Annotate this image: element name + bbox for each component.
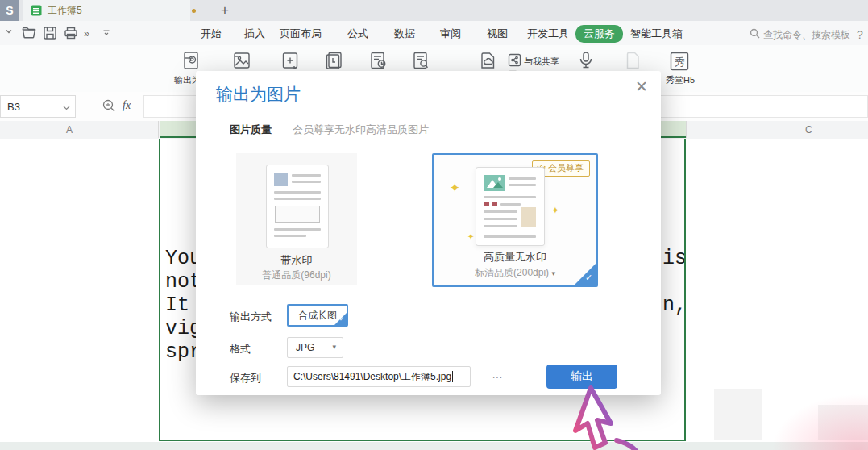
export-pdf-icon[interactable]: [181, 50, 201, 71]
option-watermark-desc: 普通品质(96dpi): [236, 269, 357, 282]
menu-tab-page-layout[interactable]: 页面布局: [280, 27, 322, 41]
doc-time-icon[interactable]: [368, 50, 388, 71]
new-document-icon[interactable]: [280, 50, 301, 71]
faint-watermark-shape: [714, 389, 762, 440]
xiutang-glyph: 秀: [675, 55, 685, 69]
wps-logo[interactable]: S: [0, 0, 19, 21]
option-watermark-card[interactable]: 带水印 普通品质(96dpi): [236, 153, 357, 285]
output-mode-value: 合成长图: [298, 309, 337, 323]
lookup-icon[interactable]: [102, 98, 116, 113]
selected-check-corner: ✓: [334, 313, 347, 325]
cell-text-line3-right: n,: [662, 294, 687, 317]
export-image-icon[interactable]: [231, 50, 252, 71]
column-c-header[interactable]: C: [805, 124, 812, 135]
red-dash: [492, 202, 497, 206]
app-window: S 工作簿5 + » 开始 插入 页面布局 公式 数据 审阅 视图 开发工具 云…: [0, 0, 868, 450]
hq-doc-illustration: [476, 167, 545, 246]
text-caret: [452, 371, 453, 382]
share-with-me-label[interactable]: 与我共享: [524, 56, 559, 68]
image-thumbnail: [484, 175, 505, 191]
save-path-value: C:\Users\81491\Desktop\工作簿5.jpg: [293, 370, 451, 384]
menu-tab-view[interactable]: 视图: [487, 27, 508, 41]
output-mode-label: 输出方式: [230, 310, 272, 324]
next-row-strip: [0, 442, 868, 450]
format-value: JPG: [296, 342, 314, 353]
output-mode-button[interactable]: 合成长图 ✓: [287, 304, 348, 327]
fx-icon[interactable]: fx: [123, 99, 131, 112]
check-icon: ✓: [585, 273, 592, 283]
more-tools-icon[interactable]: »: [84, 27, 89, 40]
chevron-down-icon[interactable]: ▾: [551, 269, 555, 277]
backup-history-icon[interactable]: [323, 50, 344, 71]
quality-label: 图片质量: [230, 123, 272, 137]
xiutang-h5-label[interactable]: 秀堂H5: [666, 74, 695, 86]
option-hq-name: 高质量无水印: [434, 250, 596, 265]
selection-border-left: [159, 139, 160, 441]
sparkle-icon: ✦: [551, 205, 559, 216]
save-icon[interactable]: [42, 25, 58, 41]
mouse-cursor-arrow: [552, 384, 673, 450]
option-hq-desc[interactable]: 标清品质(200dpi) ▾: [434, 266, 596, 280]
menu-tab-insert[interactable]: 插入: [244, 27, 265, 41]
menu-tab-dev-tools[interactable]: 开发工具: [527, 27, 569, 41]
search-icon[interactable]: [750, 28, 760, 39]
watermark-doc-illustration: [266, 165, 329, 248]
option-watermark-name: 带水印: [236, 253, 357, 268]
voice-input-icon[interactable]: [575, 50, 596, 71]
menu-bar: » 开始 插入 页面布局 公式 数据 审阅 视图 开发工具 云服务 智能工具箱 …: [0, 21, 868, 45]
close-icon[interactable]: ✕: [635, 79, 648, 94]
option-hq-card[interactable]: 会员尊享 ✦ ✦ ✦ 高质量无水印 标清品: [432, 153, 598, 287]
quality-hint: 会员尊享无水印高清品质图片: [293, 123, 429, 137]
cell-reference-value: B3: [7, 101, 20, 113]
chevron-down-icon: ▾: [332, 343, 336, 351]
column-a-header[interactable]: A: [66, 124, 73, 135]
doc-search-icon[interactable]: [410, 50, 431, 71]
search-command-input[interactable]: 查找命令、搜索模板: [763, 28, 850, 42]
unsaved-indicator-dot: [192, 9, 196, 13]
menu-tab-data[interactable]: 数据: [394, 27, 415, 41]
menu-tab-home[interactable]: 开始: [201, 27, 222, 41]
save-to-label: 保存到: [230, 371, 261, 385]
red-dash: [484, 202, 489, 206]
customize-toolbar-icon[interactable]: [102, 27, 111, 37]
column-b-header-selected-left[interactable]: [160, 121, 197, 138]
sparkle-icon: ✦: [450, 181, 460, 195]
format-label: 格式: [230, 342, 251, 356]
tab-title: 工作簿5: [48, 4, 82, 18]
pink-corner-glow: [771, 394, 868, 450]
selection-border-right: [684, 139, 686, 441]
dialog-title: 输出为图片: [216, 83, 301, 106]
export-image-dialog: ✕ 输出为图片 图片质量 会员尊享无水印高清品质图片 带水印 普通品质(96dp…: [196, 71, 661, 395]
new-tab-button[interactable]: +: [214, 0, 235, 21]
menu-tab-cloud-service[interactable]: 云服务: [575, 25, 623, 43]
namebox-chevron-icon[interactable]: [63, 106, 70, 110]
cell-reference-box[interactable]: B3: [0, 95, 76, 118]
open-folder-icon[interactable]: [21, 25, 37, 41]
cloud-doc-icon[interactable]: [477, 50, 498, 71]
gridline-horizontal: [0, 440, 160, 440]
format-select[interactable]: JPG ▾: [287, 337, 343, 358]
xiutang-h5-icon[interactable]: 秀: [668, 50, 691, 73]
browse-button[interactable]: ...: [492, 369, 503, 381]
chevron-down-icon[interactable]: [5, 27, 13, 35]
share-icon[interactable]: [508, 53, 521, 67]
save-path-input[interactable]: C:\Users\81491\Desktop\工作簿5.jpg: [287, 366, 471, 387]
illustration-block: [274, 173, 288, 186]
document-tab[interactable]: 工作簿5: [23, 0, 190, 21]
tab-bar: S 工作簿5 +: [0, 0, 868, 21]
watermark-box: [275, 206, 320, 223]
column-b-header-selected-right[interactable]: [660, 121, 686, 138]
beige-thumbnail: [521, 207, 536, 227]
cell-text-line1-right: is: [662, 247, 687, 270]
spreadsheet-file-icon: [31, 5, 42, 16]
menu-tab-review[interactable]: 审阅: [440, 27, 461, 41]
selected-check-corner: ✓: [573, 262, 597, 286]
menu-tab-smart-toolbox[interactable]: 智能工具箱: [630, 27, 683, 41]
help-button[interactable]: ?: [857, 28, 863, 41]
doc-placeholder-icon[interactable]: [622, 50, 643, 71]
menu-tab-formulas[interactable]: 公式: [347, 27, 368, 41]
member-badge-text: 会员尊享: [548, 162, 584, 174]
check-icon: ✓: [339, 316, 344, 323]
sparkle-icon: ✦: [467, 232, 474, 241]
print-icon[interactable]: [63, 25, 79, 41]
